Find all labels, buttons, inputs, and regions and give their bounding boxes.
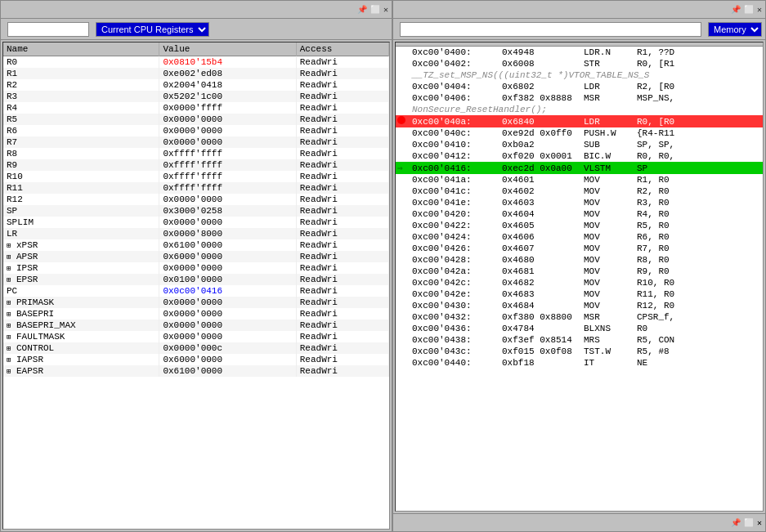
bottom-close-icon[interactable]: ✕	[757, 518, 762, 528]
expand-icon[interactable]: ⊞	[7, 241, 16, 250]
disasm-content: 0xc00'0410:0xb0a2SUBSP, SP,	[409, 139, 763, 150]
table-row: PC0x0c00'0416ReadWri	[3, 285, 389, 297]
reg-access: ReadWri	[296, 239, 388, 251]
disasm-operands: R8, R0	[637, 255, 670, 265]
disasm-content: 0xc00'042e:0x4683MOVR11, R0	[409, 288, 763, 300]
reg-name: R0	[3, 56, 159, 69]
expand-icon[interactable]: ⊞	[7, 298, 16, 307]
reg-value: 0x0000'0000	[159, 262, 296, 274]
disasm-bytes: 0x4602	[502, 186, 584, 196]
reg-value: 0x0000'ffff	[159, 102, 296, 114]
disasm-bytes: 0xe92d 0x0ff0	[502, 128, 584, 138]
disasm-marker	[396, 357, 409, 369]
disasm-operands: R10, R0	[637, 278, 674, 288]
disasm-marker	[396, 115, 409, 127]
disasm-marker	[396, 243, 409, 254]
reg-name: ⊞ xPSR	[3, 239, 159, 251]
disasm-bytes: 0x4601	[502, 175, 584, 185]
disasm-table: 0xc00'0400:0x4948LDR.NR1, ??D0xc00'0402:…	[396, 47, 763, 369]
reg-name: R6	[3, 125, 159, 136]
disasm-row: 0xc00'0410:0xb0a2SUBSP, SP,	[396, 139, 763, 150]
disasm-marker	[396, 139, 409, 150]
reg-name: PC	[3, 285, 159, 297]
reg-access: ReadWri	[296, 102, 388, 114]
disasm-operands: CPSR_f,	[637, 312, 674, 322]
disasm-mnemonic: STR	[584, 59, 637, 69]
expand-icon[interactable]: ⊞	[7, 264, 16, 273]
disasm-row: 0xc00'0412:0xf020 0x0001BIC.WR0, R0,	[396, 150, 763, 162]
expand-icon[interactable]: ⊞	[7, 344, 16, 353]
reg-value: 0x6000'0000	[159, 251, 296, 262]
disasm-row: 0xc00'0440:0xbf18ITNE	[396, 357, 763, 369]
expand-icon[interactable]: ⊞	[7, 367, 16, 376]
goto-input[interactable]	[400, 22, 701, 37]
expand-icon[interactable]: ⊞	[7, 253, 16, 262]
disasm-content: 0xc00'0430:0x4684MOVR12, R0	[409, 300, 763, 311]
table-row: SP0x3000'0258ReadWri	[3, 205, 389, 217]
disasm-close-icon[interactable]: ✕	[757, 5, 762, 15]
expand-icon[interactable]: ⊞	[7, 321, 16, 330]
disasm-bytes: 0x4684	[502, 301, 584, 311]
find-input[interactable]	[7, 22, 89, 37]
disasm-marker	[396, 220, 409, 231]
zone-select[interactable]: Memory	[708, 22, 762, 37]
disasm-content: 0xc00'0436:0x4784BLXNSR0	[409, 323, 763, 334]
reg-name: LR	[3, 228, 159, 239]
disasm-bytes: 0x4784	[502, 324, 584, 333]
expand-icon[interactable]: ⊞	[7, 275, 16, 284]
disasm-titlebar: 📌 ⬜ ✕	[393, 1, 765, 19]
reg-access: ReadWri	[296, 320, 388, 331]
disasm-header	[396, 42, 763, 47]
table-row: R50x0000'0000ReadWri	[3, 114, 389, 125]
bottom-pin-icon[interactable]: 📌	[731, 518, 741, 528]
reg-name: R4	[3, 102, 159, 114]
reg-access: ReadWri	[296, 354, 388, 365]
disasm-mnemonic: PUSH.W	[584, 128, 637, 138]
reg-value: 0xe002'ed08	[159, 68, 296, 79]
reg-access: ReadWri	[296, 262, 388, 274]
disasm-marker	[396, 288, 409, 300]
disasm-operands: R2, R0	[637, 186, 670, 196]
close-icon[interactable]: ✕	[383, 5, 388, 15]
disasm-bytes: 0xf015 0x0f08	[502, 346, 584, 356]
disasm-operands: R0	[637, 324, 647, 333]
table-row: R10xe002'ed08ReadWri	[3, 68, 389, 79]
disasm-bytes: 0xec2d 0x0a00	[502, 163, 584, 173]
disasm-addr: 0xc00'041e:	[412, 198, 502, 208]
disasm-addr: 0xc00'0424:	[412, 232, 502, 242]
registers-table: Name Value Access R00x0810'15b4ReadWriR1…	[3, 42, 389, 377]
pin-icon[interactable]: 📌	[357, 5, 367, 15]
disasm-row: 0xc00'0426:0x4607MOVR7, R0	[396, 243, 763, 254]
reg-access: ReadWri	[296, 171, 388, 182]
expand-icon[interactable]: ⊞	[7, 355, 16, 364]
disasm-bytes: 0x4680	[502, 255, 584, 265]
disasm-addr: 0xc00'0422:	[412, 221, 502, 230]
reg-access: ReadWri	[296, 308, 388, 320]
expand-icon[interactable]: ⊞	[7, 333, 16, 342]
float-icon[interactable]: ⬜	[370, 5, 380, 15]
disasm-addr: 0xc00'0438:	[412, 335, 502, 345]
disasm-bytes: 0xf3ef 0x8514	[502, 335, 584, 345]
expand-icon[interactable]: ⊞	[7, 310, 16, 319]
reg-value: 0x0000'0000	[159, 217, 296, 228]
disasm-operands: R0, R0,	[637, 151, 674, 161]
disasm-addr: 0xc00'040c:	[412, 128, 502, 138]
table-row: ⊞ BASEPRI0x0000'0000ReadWri	[3, 308, 389, 320]
disasm-mnemonic: MSR	[584, 93, 637, 103]
disasm-operands: R11, R0	[637, 289, 674, 299]
disasm-addr: 0xc00'0428:	[412, 255, 502, 265]
disasm-content: 0xc00'041c:0x4602MOVR2, R0	[409, 186, 763, 197]
group-select[interactable]: Current CPU Registers	[96, 22, 209, 37]
disasm-operands: R1, ??D	[637, 47, 674, 57]
disasm-operands: R6, R0	[637, 232, 670, 242]
disasm-marker	[396, 174, 409, 186]
disasm-float-icon[interactable]: ⬜	[744, 5, 754, 15]
disasm-bytes: 0x6802	[502, 82, 584, 92]
disasm-marker	[396, 58, 409, 69]
bottom-float-icon[interactable]: ⬜	[744, 518, 754, 528]
reg-value: 0xffff'ffff	[159, 171, 296, 182]
reg-value: 0x0000'000c	[159, 342, 296, 354]
table-row: R00x0810'15b4ReadWri	[3, 56, 389, 69]
main-container: 📌 ⬜ ✕ Current CPU Registers Name Value A…	[0, 0, 766, 532]
disasm-pin-icon[interactable]: 📌	[731, 5, 741, 15]
